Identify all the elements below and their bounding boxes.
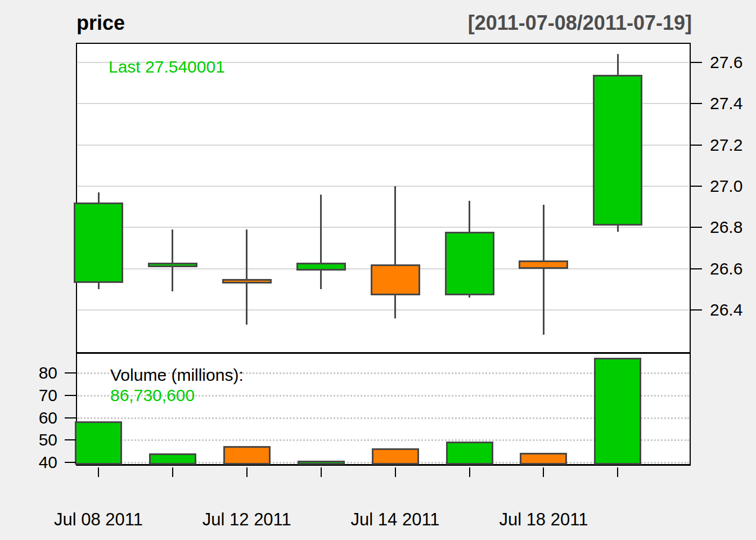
volume-axis-label: 70: [19, 386, 57, 404]
date-range-label: [2011-07-08/2011-07-19]: [468, 11, 692, 35]
x-axis-tick: [469, 467, 470, 477]
price-axis-tick: [691, 145, 702, 146]
chart-title: price: [76, 11, 125, 35]
volume-axis-tick: [65, 395, 76, 396]
price-axis-label: 27.0: [710, 177, 756, 195]
candle-wick: [320, 195, 322, 290]
x-axis-tick: [617, 467, 618, 477]
volume-axis-label: 60: [19, 409, 57, 427]
volume-value-label: 86,730,600: [110, 386, 195, 405]
price-axis-label: 27.4: [710, 94, 756, 112]
candle-wick: [394, 186, 396, 318]
volume-bar: [75, 421, 122, 465]
volume-bar: [149, 453, 196, 465]
candle-body: [296, 263, 346, 271]
x-axis-label: Jul 08 2011: [42, 510, 155, 530]
volume-bar: [223, 446, 271, 465]
candle-body: [148, 263, 197, 267]
x-axis-tick: [321, 467, 322, 477]
price-axis-tick: [691, 227, 702, 228]
price-axis-tick: [691, 62, 702, 63]
price-gridline: [78, 309, 689, 310]
volume-axis-label: 40: [19, 453, 57, 471]
candle-wick: [246, 230, 248, 325]
x-axis-tick: [246, 467, 248, 477]
candle-body: [371, 264, 420, 295]
volume-axis-label: 50: [19, 431, 57, 449]
candle-body: [222, 279, 272, 284]
volume-axis-label: 80: [19, 364, 57, 382]
chart-canvas: price [2011-07-08/2011-07-19] 27.627.427…: [0, 0, 756, 540]
last-price-label: Last 27.540001: [109, 57, 225, 76]
volume-bar: [446, 442, 493, 465]
price-axis-label: 27.6: [710, 53, 756, 71]
x-axis-tick: [98, 467, 99, 477]
x-axis-tick: [172, 467, 173, 477]
price-axis-label: 27.2: [710, 136, 756, 154]
volume-bar: [520, 453, 567, 465]
candle-wick: [543, 205, 544, 335]
price-axis-tick: [691, 309, 702, 310]
price-axis-tick: [691, 186, 702, 187]
price-gridline: [78, 227, 689, 228]
volume-axis-tick: [65, 372, 76, 374]
candle-body: [519, 260, 568, 269]
price-axis-tick: [691, 103, 702, 104]
x-axis-tick: [395, 467, 396, 477]
volume-axis-tick: [65, 417, 76, 418]
x-axis-label: Jul 14 2011: [339, 510, 452, 530]
volume-bar: [298, 461, 345, 465]
x-axis-label: Jul 18 2011: [487, 510, 600, 530]
candle-body: [593, 75, 642, 226]
volume-axis-tick: [65, 462, 76, 463]
candle-wick: [172, 230, 173, 291]
volume-bar: [594, 358, 641, 465]
price-axis-label: 26.4: [710, 301, 756, 319]
candle-body: [445, 232, 494, 296]
candle-body: [74, 202, 123, 283]
volume-bar: [372, 448, 419, 465]
x-axis-tick: [543, 467, 544, 477]
price-axis-tick: [691, 268, 702, 269]
x-axis-label: Jul 12 2011: [191, 510, 303, 530]
price-axis-label: 26.8: [710, 218, 756, 236]
volume-axis-tick: [65, 439, 76, 440]
price-axis-label: 26.6: [710, 260, 756, 278]
volume-title-label: Volume (millions):: [110, 366, 244, 385]
